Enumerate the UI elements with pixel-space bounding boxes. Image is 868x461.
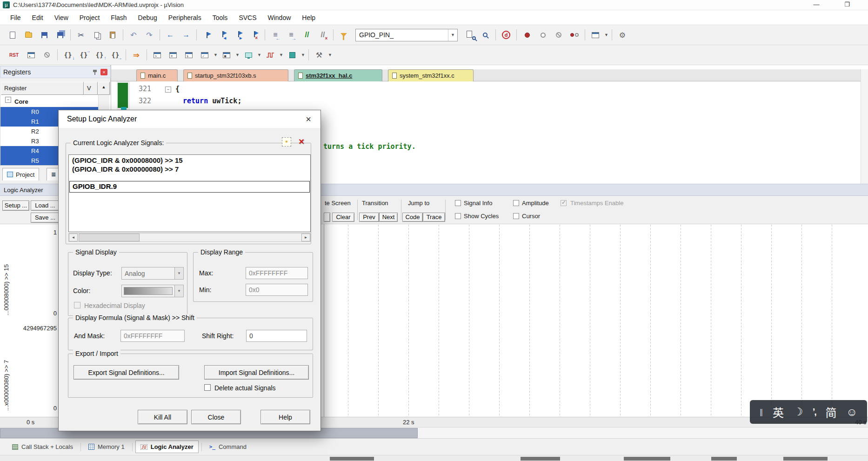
run-icon[interactable]: ▸ xyxy=(23,48,39,62)
delete-actual-signals-label[interactable]: Delete actual Signals xyxy=(214,384,276,392)
toggle-bookmark-icon[interactable] xyxy=(199,28,215,42)
step-out-icon[interactable]: {}↑ xyxy=(92,48,107,62)
menu-tools[interactable]: Tools xyxy=(207,12,234,24)
menu-flash[interactable]: Flash xyxy=(105,12,132,24)
signal-info-label[interactable]: Signal Info xyxy=(464,200,492,207)
menu-file[interactable]: File xyxy=(5,12,27,24)
configure-icon[interactable]: ⚙ xyxy=(614,28,630,42)
column-header-value[interactable]: V xyxy=(84,82,98,95)
emoji-icon[interactable]: ☺ xyxy=(846,406,858,419)
amplitude-label[interactable]: Amplitude xyxy=(522,200,549,207)
stop-icon[interactable] xyxy=(39,48,55,62)
run-to-line-icon[interactable]: {}→ xyxy=(107,48,123,62)
menu-project[interactable]: Project xyxy=(74,12,106,24)
delete-signal-icon[interactable]: ✕ xyxy=(296,137,307,147)
open-folder-icon[interactable] xyxy=(20,28,36,42)
paste-icon[interactable] xyxy=(105,28,120,42)
import-definitions-button[interactable]: Import Signal Definitions... xyxy=(204,365,309,380)
filter-funnel-icon[interactable] xyxy=(336,28,352,42)
maximize-button[interactable]: ❐ xyxy=(836,0,858,10)
tab-hal-c[interactable]: stm32f1xx_hal.c xyxy=(294,69,382,81)
signal-list-scrollbar[interactable]: ◄ ► xyxy=(68,233,311,242)
menu-help[interactable]: Help xyxy=(296,12,321,24)
reset-icon[interactable]: RST xyxy=(5,48,23,62)
next-bookmark-icon[interactable]: ▸ xyxy=(231,28,247,42)
transition-next-button[interactable]: Next xyxy=(379,213,398,222)
fold-collapse-icon[interactable]: − xyxy=(165,87,171,93)
symbol-window-icon[interactable]: s xyxy=(181,48,197,62)
tab-main-c[interactable]: main.c xyxy=(136,69,178,81)
scroll-left-icon[interactable]: ◄ xyxy=(69,234,78,241)
save-all-icon[interactable] xyxy=(52,28,68,42)
logic-analyzer-plot[interactable] xyxy=(324,224,868,417)
code-line-322[interactable]: return uwTick; xyxy=(183,97,241,105)
cursor-label[interactable]: Cursor xyxy=(522,213,540,220)
insert-breakpoint-icon[interactable] xyxy=(519,28,535,42)
serial-window-caret-icon[interactable]: ▼ xyxy=(256,48,262,62)
save-icon[interactable] xyxy=(36,28,52,42)
menu-view[interactable]: View xyxy=(49,12,74,24)
scroll-up-icon[interactable]: ▲ xyxy=(98,82,110,95)
start-stop-debug-icon[interactable]: d xyxy=(498,28,514,42)
tree-node-core[interactable]: Core xyxy=(0,97,99,107)
show-cycles-label[interactable]: Show Cycles xyxy=(464,213,499,220)
tab-memory-1[interactable]: Memory 1 xyxy=(84,441,129,453)
transition-prev-button[interactable]: Prev xyxy=(359,213,379,222)
tab-call-stack[interactable]: Call Stack + Locals xyxy=(7,441,78,453)
close-panel-icon[interactable]: × xyxy=(100,69,107,75)
watch-window-icon[interactable]: ✓ xyxy=(197,48,213,62)
dialog-close-icon[interactable]: × xyxy=(299,112,318,126)
menu-window[interactable]: Window xyxy=(262,12,297,24)
memory-window-icon[interactable]: ▦ xyxy=(219,48,234,62)
toolbox-icon[interactable]: ⚒ xyxy=(311,48,327,62)
comment-icon[interactable]: // xyxy=(299,28,315,42)
system-viewer-icon[interactable] xyxy=(284,48,300,62)
unindent-icon[interactable]: ≡← xyxy=(267,28,283,42)
tab-command[interactable]: >_ Command xyxy=(205,441,251,453)
new-signal-input[interactable]: GPIOB_IDR.9 xyxy=(69,181,310,193)
close-button[interactable]: Close xyxy=(191,410,241,424)
tab-project[interactable]: Project xyxy=(2,168,39,180)
dialog-title-bar[interactable]: Setup Logic Analyzer xyxy=(59,110,320,128)
toolbox-caret-icon[interactable]: ▼ xyxy=(327,48,333,62)
export-definitions-button[interactable]: Export Signal Definitions... xyxy=(73,365,179,380)
analysis-window-caret-icon[interactable]: ▼ xyxy=(278,48,284,62)
step-into-icon[interactable]: {}↓ xyxy=(60,48,76,62)
scroll-right-icon[interactable]: ► xyxy=(301,234,310,241)
show-cycles-checkbox[interactable] xyxy=(455,213,461,219)
la-save-button[interactable]: Save ... xyxy=(31,213,60,223)
menu-debug[interactable]: Debug xyxy=(133,12,163,24)
copy-icon[interactable] xyxy=(89,28,105,42)
tab-logic-analyzer[interactable]: Logic Analyzer xyxy=(135,441,199,453)
scrollbar-thumb[interactable] xyxy=(79,234,140,241)
window-layout-icon[interactable] xyxy=(588,28,603,42)
column-header-register[interactable]: Register xyxy=(1,82,84,95)
kill-all-breakpoints-icon[interactable] xyxy=(567,28,582,42)
la-clear-button[interactable]: Clear xyxy=(332,213,354,222)
ime-simplified-indicator[interactable]: 简 xyxy=(825,404,836,420)
minimize-button[interactable]: — xyxy=(806,0,827,10)
tab-system-c[interactable]: system_stm32f1xx.c xyxy=(388,69,474,81)
chevron-down-icon[interactable]: ▼ xyxy=(448,29,457,41)
memory-window-caret-icon[interactable]: ▼ xyxy=(234,48,240,62)
define-combo[interactable]: GPIO_PIN_ ▼ xyxy=(355,29,458,41)
menu-peripherals[interactable]: Peripherals xyxy=(163,12,207,24)
delete-actual-signals-checkbox[interactable] xyxy=(204,384,211,391)
window-layout-caret-icon[interactable]: ▼ xyxy=(603,28,609,42)
cursor-checkbox[interactable] xyxy=(513,213,519,219)
cut-icon[interactable]: ✂ xyxy=(73,28,89,42)
new-file-icon[interactable] xyxy=(5,28,20,42)
ime-punctuation-icon[interactable]: ’, xyxy=(813,407,816,417)
signal-list[interactable]: (GPIOC_IDR & 0x00008000) >> 15 (GPIOA_ID… xyxy=(68,154,311,232)
redo-icon[interactable]: ↷ xyxy=(141,28,157,42)
signal-info-checkbox[interactable] xyxy=(455,200,461,206)
disassembly-window-icon[interactable]: ≡ xyxy=(165,48,181,62)
la-load-button[interactable]: Load ... xyxy=(31,200,60,211)
command-window-icon[interactable]: >_ xyxy=(149,48,165,62)
kill-all-button[interactable]: Kill All xyxy=(138,410,187,424)
indent-icon[interactable]: ≡→ xyxy=(283,28,299,42)
menu-svcs[interactable]: SVCS xyxy=(233,12,262,24)
step-over-icon[interactable]: {}→ xyxy=(76,48,92,62)
watch-window-caret-icon[interactable]: ▼ xyxy=(213,48,219,62)
tab-startup-s[interactable]: startup_stm32f103xb.s xyxy=(183,69,288,81)
